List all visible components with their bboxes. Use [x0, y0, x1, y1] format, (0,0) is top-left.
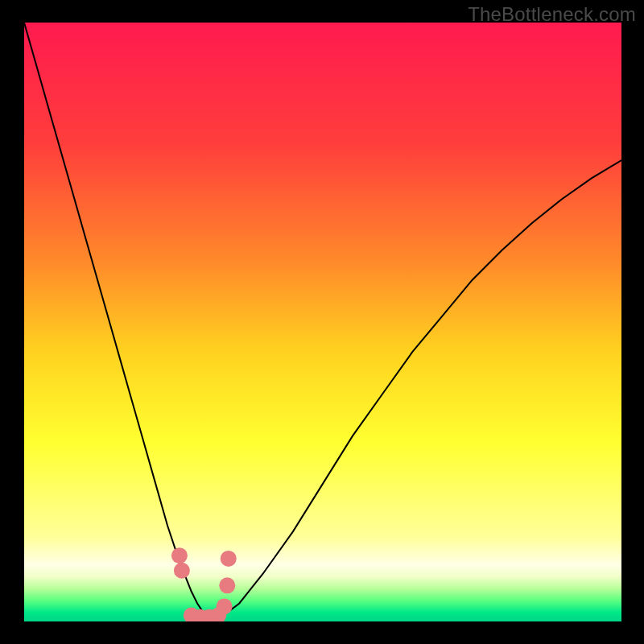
- marker-dot: [217, 598, 233, 614]
- chart-svg: [0, 0, 644, 644]
- marker-dot: [171, 547, 188, 564]
- marker-dot: [219, 577, 235, 593]
- plot-background: [24, 23, 621, 621]
- marker-dot: [221, 551, 237, 567]
- chart-frame: TheBottleneck.com: [0, 0, 644, 644]
- marker-dot: [174, 563, 190, 579]
- watermark-text: TheBottleneck.com: [468, 3, 636, 26]
